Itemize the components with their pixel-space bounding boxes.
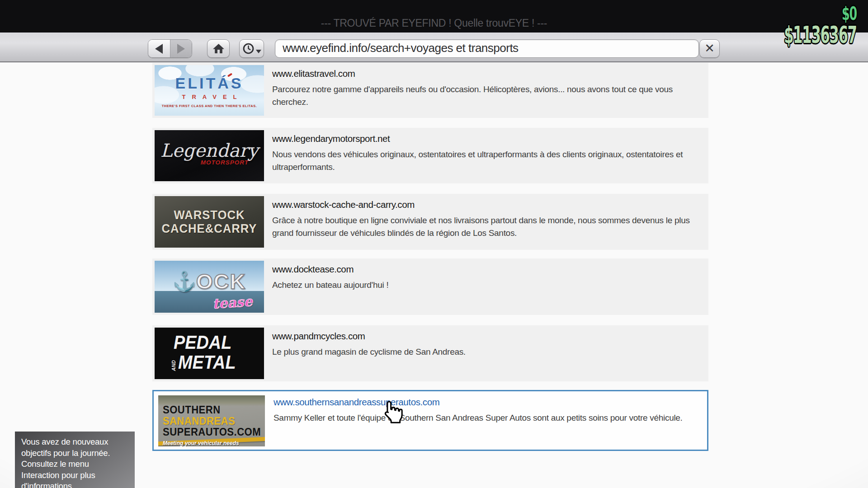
warstock-logo-line1: WARSTOCK xyxy=(159,208,260,222)
elitas-travel-logo[interactable]: ELITÁS TRAVEL THERE'S FIRST CLASS AND TH… xyxy=(155,65,264,116)
money-bank-balance: $1136367 xyxy=(784,23,857,47)
result-description: Grâce à notre boutique en ligne convivia… xyxy=(272,214,699,239)
money-hud: $0 $1136367 xyxy=(736,5,857,47)
result-description: Sammy Keller et toute l'équipe de Southe… xyxy=(274,412,701,424)
search-result-row-selected[interactable]: SOUTHERN SANANDREAS SUPERAUTOS.COM Meeti… xyxy=(152,390,708,451)
clock-icon xyxy=(242,42,255,55)
search-result-row[interactable]: PEDAL METAL AND www.pandmcycles.com Le p… xyxy=(152,325,708,381)
result-description: Nous vendons des véhicules originaux, os… xyxy=(272,148,699,173)
docktease-logo-script: tease xyxy=(212,293,253,312)
legendary-motorsport-logo[interactable]: Legendary MOTORSPORT xyxy=(155,130,264,181)
docktease-logo-name: OCK xyxy=(196,269,246,294)
forward-icon xyxy=(177,44,185,54)
result-site-link[interactable]: www.legendarymotorsport.net xyxy=(272,133,390,144)
eyefind-tagline: --- TROUVÉ PAR EYEFIND ! Quelle trouvEYE… xyxy=(321,17,547,33)
money-pending: $0 xyxy=(782,5,857,23)
search-result-row[interactable]: ⚓OCK tease www.docktease.com Achetez un … xyxy=(152,258,708,315)
result-site-link[interactable]: www.warstock-cache-and-carry.com xyxy=(272,199,415,210)
legendary-logo-name: Legendary xyxy=(155,140,264,161)
history-dropdown-caret-icon xyxy=(256,50,261,53)
hand-cursor-icon xyxy=(380,399,406,427)
history-button[interactable] xyxy=(239,39,264,58)
pedal-logo-line2: METAL xyxy=(178,352,254,372)
result-site-link-hovered[interactable]: www.southernsanandreassuperautos.com xyxy=(274,397,439,408)
southern-logo-line1: SOUTHERN xyxy=(163,404,261,416)
search-result-row[interactable]: Legendary MOTORSPORT www.legendarymotors… xyxy=(152,128,708,183)
anchor-icon: ⚓ xyxy=(173,270,196,292)
southern-logo-line3: SUPERAUTOS.COM xyxy=(163,427,261,438)
elitas-logo-sub: TRAVEL xyxy=(155,94,264,100)
result-site-link[interactable]: www.elitastravel.com xyxy=(272,68,355,79)
url-input[interactable] xyxy=(275,39,699,58)
back-icon xyxy=(155,44,163,54)
result-description: Parcourez notre gamme d'appareils neufs … xyxy=(272,83,699,108)
nav-pill xyxy=(148,39,192,58)
objectives-notification: Vous avez de nouveaux objectifs pour la … xyxy=(15,432,135,488)
warstock-logo[interactable]: WARSTOCK CACHE&CARRY xyxy=(155,196,264,248)
search-result-row[interactable]: ELITÁS TRAVEL THERE'S FIRST CLASS AND TH… xyxy=(152,63,708,118)
elitas-logo-name: ELITÁS xyxy=(155,75,264,92)
docktease-logo[interactable]: ⚓OCK tease xyxy=(155,261,264,313)
warstock-logo-line2: CACHE&CARRY xyxy=(159,222,260,235)
pedal-metal-logo[interactable]: PEDAL METAL AND xyxy=(155,328,264,379)
search-result-row[interactable]: WARSTOCK CACHE&CARRY www.warstock-cache-… xyxy=(152,194,708,250)
southern-logo-line2: SANANDREAS xyxy=(163,416,261,427)
elitas-logo-tagline: THERE'S FIRST CLASS AND THEN THERE'S ELI… xyxy=(155,104,264,108)
southern-logo-tagline: Meeting your vehicular needs xyxy=(163,440,265,446)
pedal-logo-line1: PEDAL xyxy=(174,332,253,352)
search-results-page: ELITÁS TRAVEL THERE'S FIRST CLASS AND TH… xyxy=(0,62,868,488)
notification-text: Vous avez de nouveaux objectifs pour la … xyxy=(21,437,110,488)
back-button[interactable] xyxy=(148,40,170,57)
southern-superautos-logo[interactable]: SOUTHERN SANANDREAS SUPERAUTOS.COM Meeti… xyxy=(158,395,265,446)
forward-button[interactable] xyxy=(170,40,192,57)
result-description: Achetez un bateau aujourd'hui ! xyxy=(272,279,699,291)
result-description: Le plus grand magasin de cyclisme de San… xyxy=(272,346,699,358)
close-icon: ✕ xyxy=(704,41,715,55)
result-site-link[interactable]: www.docktease.com xyxy=(272,264,354,275)
close-button[interactable]: ✕ xyxy=(699,39,720,58)
pedal-logo-and: AND xyxy=(171,360,176,371)
result-site-link[interactable]: www.pandmcycles.com xyxy=(272,331,365,342)
home-icon xyxy=(212,43,225,54)
home-button[interactable] xyxy=(207,39,230,58)
